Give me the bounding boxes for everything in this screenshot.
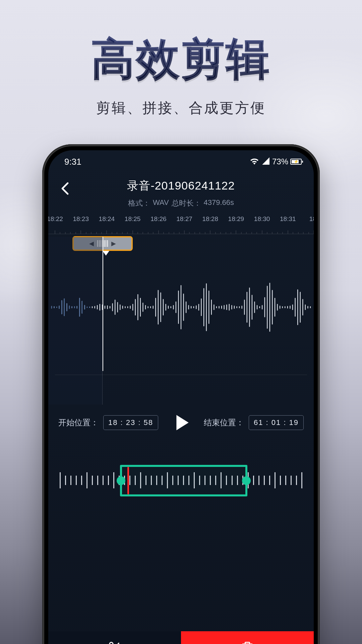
waveform-area[interactable] (48, 257, 314, 358)
ruler-tick: 18:26 (150, 215, 167, 223)
ruler-tick: 18:23 (73, 215, 89, 223)
hero-title: 高效剪辑 (0, 30, 362, 89)
phone-screen: 9:31 73% ⚡ 录音-201906241122 (48, 150, 314, 644)
range-selection-box[interactable] (120, 465, 247, 496)
ruler-tick: 18:27 (176, 215, 192, 223)
recording-meta: 格式： WAV 总时长： 4379.66s (128, 198, 234, 208)
ruler-tick: 18:29 (228, 215, 244, 223)
duration-label: 总时长： (172, 198, 201, 208)
delete-selection-button[interactable]: 删除选中段 (181, 631, 314, 644)
status-time: 9:31 (64, 157, 81, 167)
timeline-ruler[interactable]: 18:2218:2318:2418:2518:2618:2718:2818:29… (48, 215, 314, 234)
ruler-tick: 18:25 (125, 215, 141, 223)
format-value: WAV (153, 198, 169, 208)
start-label: 开始位置： (58, 417, 99, 428)
format-label: 格式： (128, 198, 150, 208)
ruler-tick: 18:28 (202, 215, 218, 223)
wifi-icon (250, 157, 259, 167)
start-time-field[interactable]: 18 : 23 : 58 (103, 415, 158, 430)
ruler-tick: 18:30 (254, 215, 270, 223)
time-controls: 开始位置： 18 : 23 : 58 结束位置： 61 : 01 : 19 (48, 411, 314, 434)
end-label: 结束位置： (204, 417, 244, 428)
scissors-icon (108, 641, 121, 644)
bottom-action-bar: 剪取选中段 删除选中段 (48, 631, 314, 644)
hero-subtitle: 剪辑、拼接、合成更方便 (0, 99, 362, 117)
battery-percent: 73% (272, 157, 288, 166)
ruler-tick: 18:22 (48, 215, 63, 223)
battery-icon: ⚡ (290, 159, 302, 165)
chevron-right-icon: ▶ (111, 240, 116, 247)
trash-icon (241, 641, 254, 644)
cellular-icon (261, 157, 269, 167)
playhead-pointer-icon (103, 251, 109, 256)
app-header: 录音-201906241122 格式： WAV 总时长： 4379.66s (48, 173, 314, 213)
phone-frame: 9:31 73% ⚡ 录音-201906241122 (42, 144, 320, 644)
cut-selection-button[interactable]: 剪取选中段 (48, 631, 181, 644)
duration-value: 4379.66s (204, 198, 234, 208)
recording-title: 录音-201906241122 (127, 178, 235, 194)
range-selector[interactable] (48, 458, 314, 504)
play-button[interactable] (170, 411, 192, 434)
ruler-tick: 18: (309, 215, 314, 223)
battery-indicator: 73% ⚡ (272, 157, 302, 166)
ruler-tick: 18:31 (280, 215, 296, 223)
range-current-marker[interactable] (127, 467, 129, 494)
end-time-field[interactable]: 61 : 01 : 19 (249, 415, 304, 430)
status-bar: 9:31 73% ⚡ (48, 150, 314, 173)
waveform-icon (48, 277, 314, 337)
ruler-tick: 18:24 (99, 215, 115, 223)
svg-point-0 (110, 642, 113, 644)
back-button[interactable] (58, 180, 74, 197)
